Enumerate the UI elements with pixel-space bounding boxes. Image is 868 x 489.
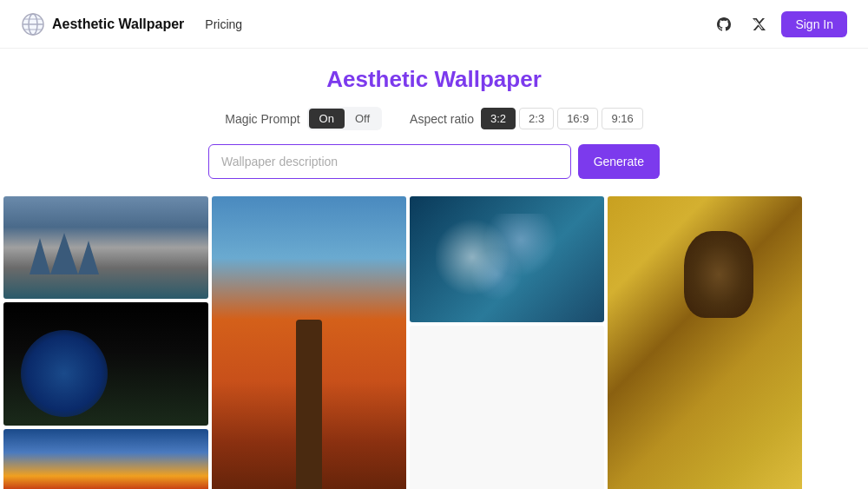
controls-row: Magic Prompt On Off Aspect ratio 3:2 2:3… [0,107,868,130]
page-title: Aesthetic Wallpaper [0,66,868,93]
magic-prompt-label: Magic Prompt [225,112,299,126]
search-input[interactable] [208,144,571,179]
gallery-col-4 [608,196,802,489]
sign-in-button[interactable]: Sign In [781,11,847,37]
gallery-col-2 [212,196,406,489]
magic-prompt-toggle: On Off [307,107,382,130]
header: Aesthetic Wallpaper Pricing Sign In [0,0,868,49]
ratio-2-3[interactable]: 2:3 [519,108,554,129]
ratio-9-16[interactable]: 9:16 [602,108,642,129]
generate-button[interactable]: Generate [578,144,660,179]
magic-prompt-group: Magic Prompt On Off [225,107,382,130]
gallery-image-tulips [3,302,208,426]
ratio-16-9[interactable]: 16:9 [557,108,598,129]
gallery-col-3 [410,196,604,489]
gallery-col-1 [3,196,208,489]
main-content: Aesthetic Wallpaper Magic Prompt On Off … [0,49,868,489]
aspect-ratio-group: Aspect ratio 3:2 2:3 16:9 9:16 [410,108,643,129]
header-right: Sign In [712,11,847,37]
aspect-ratio-label: Aspect ratio [410,112,474,126]
svg-point-5 [23,14,43,35]
gallery [0,196,868,489]
logo-globe-icon [21,12,45,36]
ratio-options: 3:2 2:3 16:9 9:16 [481,108,643,129]
gallery-image-tree [212,196,406,489]
gallery-image-bird [608,196,802,489]
nav-pricing[interactable]: Pricing [205,17,242,31]
gallery-image-sky [3,429,208,489]
magic-prompt-on[interactable]: On [309,109,345,129]
gallery-image-droplets [410,196,604,322]
header-left: Aesthetic Wallpaper Pricing [21,12,242,36]
ratio-3-2[interactable]: 3:2 [481,108,516,129]
search-bar: Generate [0,144,868,179]
logo-text: Aesthetic Wallpaper [52,17,184,32]
magic-prompt-off[interactable]: Off [345,109,380,129]
twitter-x-icon[interactable] [746,12,771,36]
github-icon[interactable] [712,12,736,36]
logo-area: Aesthetic Wallpaper [21,12,184,36]
gallery-image-ruins [3,196,208,299]
gallery-empty-3 [410,326,604,489]
